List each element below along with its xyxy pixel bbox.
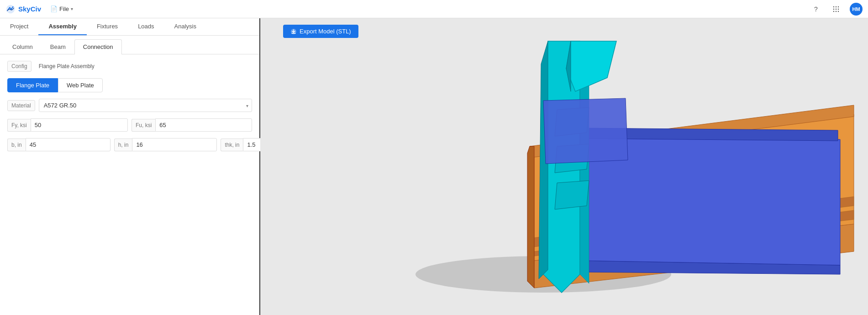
export-icon (290, 28, 297, 35)
sub-tab-column[interactable]: Column (4, 39, 42, 54)
tab-fixtures[interactable]: Fixtures (87, 18, 128, 35)
sub-tab-beam[interactable]: Beam (42, 39, 74, 54)
svg-marker-42 (555, 181, 589, 209)
svg-marker-43 (543, 98, 628, 164)
svg-point-1 (833, 6, 834, 7)
material-select[interactable]: A36 A572 GR.50 A992 A500 (39, 99, 252, 112)
fu-label: Fu, ksi (132, 119, 155, 132)
fy-input[interactable] (31, 118, 128, 132)
plate-toggle-group: Flange Plate Web Plate (7, 78, 252, 92)
svg-marker-30 (527, 146, 534, 288)
logo: SkyCiv (5, 4, 41, 14)
b-input[interactable] (26, 138, 110, 151)
logo-text: SkyCiv (18, 5, 41, 13)
svg-point-7 (833, 11, 834, 11)
tab-loads[interactable]: Loads (128, 18, 164, 35)
material-label: Material (7, 100, 35, 111)
h-label: h, in (114, 139, 132, 151)
svg-point-0 (6, 5, 15, 13)
sub-tab-connection[interactable]: Connection (74, 39, 122, 54)
viewport: Export Model (STL) (260, 18, 868, 315)
export-label: Export Model (STL) (300, 28, 351, 35)
b-label: b, in (7, 139, 26, 151)
b-h-thk-row: b, in h, in thk, in (7, 138, 252, 151)
svg-point-9 (838, 11, 839, 11)
sub-tabs: Column Beam Connection (0, 39, 259, 54)
left-panel: Project Assembly Fixtures Loads Analysis… (0, 18, 260, 315)
header-right: ? HM (810, 3, 863, 16)
thk-label: thk, in (221, 139, 243, 151)
fu-group: Fu, ksi (132, 118, 252, 132)
top-tabs: Project Assembly Fixtures Loads Analysis (0, 18, 259, 36)
fy-fu-row: Fy, ksi Fu, ksi (7, 118, 252, 132)
fy-group: Fy, ksi (7, 118, 128, 132)
material-select-wrapper: A36 A572 GR.50 A992 A500 ▾ (39, 99, 252, 112)
skyciv-logo-icon (5, 4, 16, 14)
b-group: b, in (7, 138, 110, 151)
h-group: h, in (114, 138, 217, 151)
svg-point-4 (833, 8, 834, 9)
tab-project[interactable]: Project (0, 18, 38, 35)
config-row: Config Flange Plate Assembly (7, 61, 252, 72)
config-value: Flange Plate Assembly (35, 61, 98, 71)
svg-point-6 (838, 8, 839, 9)
svg-point-2 (836, 6, 836, 7)
svg-point-3 (838, 6, 839, 7)
panel-content: Config Flange Plate Assembly Flange Plat… (0, 54, 259, 158)
main: Project Assembly Fixtures Loads Analysis… (0, 18, 868, 315)
config-label: Config (7, 61, 32, 72)
fy-label: Fy, ksi (7, 119, 31, 132)
material-row: Material A36 A572 GR.50 A992 A500 ▾ (7, 99, 252, 112)
avatar[interactable]: HM (850, 3, 863, 16)
export-model-button[interactable]: Export Model (STL) (283, 25, 358, 38)
h-input[interactable] (132, 138, 217, 151)
3d-scene (260, 18, 868, 315)
help-icon[interactable]: ? (810, 3, 822, 16)
file-menu-label: File (59, 5, 69, 12)
fu-input[interactable] (155, 118, 252, 132)
svg-point-8 (836, 11, 836, 11)
grid-icon[interactable] (830, 3, 842, 16)
flange-plate-button[interactable]: Flange Plate (7, 78, 58, 92)
header: SkyCiv 📄 File ▾ ? HM (0, 0, 868, 18)
tab-assembly[interactable]: Assembly (38, 18, 86, 35)
svg-point-5 (836, 8, 836, 9)
file-menu[interactable]: 📄 File ▾ (50, 5, 73, 12)
web-plate-button[interactable]: Web Plate (58, 78, 103, 92)
tab-analysis[interactable]: Analysis (164, 18, 206, 35)
